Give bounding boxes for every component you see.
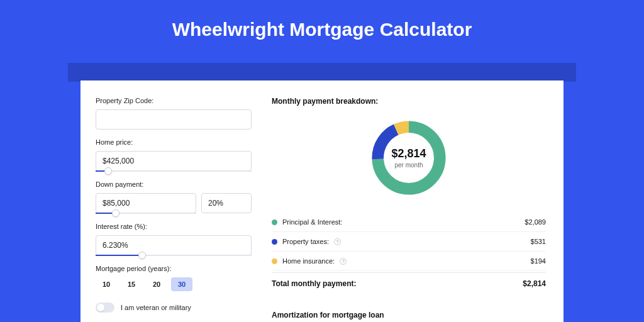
interest-rate-slider[interactable] (96, 255, 252, 256)
period-option-20[interactable]: 20 (146, 277, 167, 291)
breakdown-title: Monthly payment breakdown: (272, 97, 546, 106)
page-backdrop: Wheelwright Mortgage Calculator Property… (0, 0, 644, 322)
veteran-toggle-label: I am veteran or military (121, 304, 191, 311)
home-price-field: Home price: (96, 138, 252, 172)
legend-row-insurance: Home insurance: ? $194 (272, 252, 546, 271)
interest-rate-label: Interest rate (%): (96, 223, 252, 230)
down-payment-input[interactable] (96, 193, 196, 213)
legend-value-insurance: $194 (531, 257, 546, 265)
down-payment-slider-thumb[interactable] (112, 209, 119, 217)
interest-rate-slider-thumb[interactable] (138, 252, 146, 259)
down-payment-percent-input[interactable] (201, 193, 252, 213)
mortgage-period-label: Mortgage period (years): (96, 265, 252, 272)
total-row: Total monthly payment: $2,814 (272, 272, 546, 294)
legend-label-insurance: Home insurance: (282, 257, 335, 265)
home-price-slider-thumb[interactable] (104, 167, 112, 175)
breakdown-panel: Monthly payment breakdown: $2,814 per mo… (272, 97, 546, 322)
mortgage-period-options: 10 15 20 30 (96, 277, 252, 291)
zip-label: Property Zip Code: (96, 97, 252, 104)
down-payment-label: Down payment: (96, 180, 252, 188)
donut-sub: per month (394, 162, 423, 169)
mortgage-period-field: Mortgage period (years): 10 15 20 30 (96, 265, 252, 291)
legend-row-taxes: Property taxes: ? $531 (272, 232, 546, 252)
dot-principal-icon (272, 219, 277, 225)
period-option-10[interactable]: 10 (96, 277, 117, 291)
home-price-input[interactable] (96, 151, 252, 171)
down-payment-slider[interactable] (96, 213, 196, 214)
legend-row-principal: Principal & Interest: $2,089 (272, 213, 546, 232)
donut-chart: $2,814 per month (368, 117, 450, 199)
dot-insurance-icon (272, 258, 277, 264)
help-icon[interactable]: ? (334, 238, 341, 245)
home-price-label: Home price: (96, 138, 252, 146)
calculator-card: Property Zip Code: Home price: Down paym… (80, 80, 564, 322)
header-band (68, 63, 576, 82)
interest-rate-slider-fill (96, 255, 142, 256)
amortization-title: Amortization for mortgage loan (272, 311, 546, 319)
legend-label-principal: Principal & Interest: (282, 218, 342, 226)
veteran-toggle[interactable] (96, 303, 114, 313)
period-option-15[interactable]: 15 (121, 277, 142, 291)
zip-input[interactable] (96, 109, 252, 130)
legend-value-principal: $2,089 (525, 218, 546, 226)
down-payment-field: Down payment: (96, 180, 252, 214)
legend-value-taxes: $531 (531, 238, 546, 245)
donut-chart-wrap: $2,814 per month (272, 117, 546, 199)
page-title: Wheelwright Mortgage Calculator (0, 0, 644, 40)
legend-label-taxes: Property taxes: (282, 238, 329, 245)
interest-rate-field: Interest rate (%): (96, 223, 252, 256)
donut-center: $2,814 per month (368, 117, 450, 199)
period-option-30[interactable]: 30 (171, 277, 192, 291)
zip-field: Property Zip Code: (96, 97, 252, 130)
total-value: $2,814 (523, 279, 546, 288)
interest-rate-input[interactable] (96, 235, 252, 255)
donut-amount: $2,814 (391, 147, 426, 160)
dot-taxes-icon (272, 239, 277, 245)
home-price-slider[interactable] (96, 170, 252, 172)
help-icon[interactable]: ? (340, 258, 347, 265)
total-label: Total monthly payment: (272, 279, 356, 288)
inputs-panel: Property Zip Code: Home price: Down paym… (96, 97, 252, 322)
veteran-toggle-row: I am veteran or military (96, 303, 252, 313)
